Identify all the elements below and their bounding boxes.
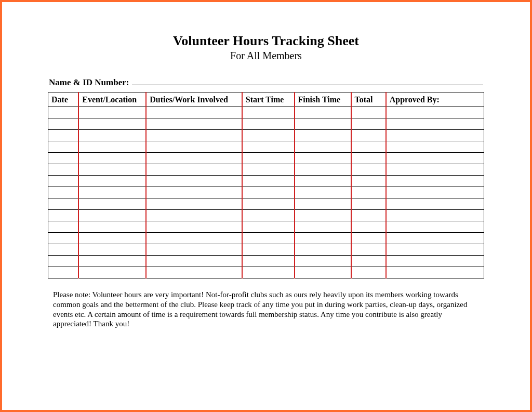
table-cell[interactable] (242, 176, 295, 187)
table-cell[interactable] (48, 187, 79, 198)
table-cell[interactable] (295, 107, 351, 118)
table-cell[interactable] (386, 141, 484, 153)
table-cell[interactable] (242, 153, 295, 164)
table-cell[interactable] (48, 130, 79, 141)
table-cell[interactable] (351, 164, 386, 176)
table-cell[interactable] (78, 141, 146, 153)
table-cell[interactable] (146, 244, 242, 256)
table-cell[interactable] (351, 233, 386, 244)
table-cell[interactable] (78, 210, 146, 221)
table-cell[interactable] (351, 221, 386, 233)
table-cell[interactable] (351, 198, 386, 210)
table-cell[interactable] (295, 187, 351, 198)
table-cell[interactable] (48, 176, 79, 187)
table-cell[interactable] (386, 107, 484, 118)
table-cell[interactable] (146, 164, 242, 176)
table-cell[interactable] (78, 107, 146, 118)
table-cell[interactable] (351, 118, 386, 130)
table-cell[interactable] (48, 244, 79, 256)
table-cell[interactable] (295, 256, 351, 267)
table-cell[interactable] (386, 210, 484, 221)
table-cell[interactable] (386, 233, 484, 244)
table-cell[interactable] (295, 130, 351, 141)
table-cell[interactable] (295, 233, 351, 244)
table-cell[interactable] (351, 210, 386, 221)
table-cell[interactable] (146, 130, 242, 141)
table-cell[interactable] (386, 130, 484, 141)
table-cell[interactable] (146, 187, 242, 198)
table-cell[interactable] (386, 187, 484, 198)
table-cell[interactable] (351, 267, 386, 278)
table-cell[interactable] (146, 176, 242, 187)
table-cell[interactable] (295, 244, 351, 256)
table-cell[interactable] (48, 141, 79, 153)
table-cell[interactable] (48, 256, 79, 267)
table-cell[interactable] (295, 176, 351, 187)
table-cell[interactable] (242, 198, 295, 210)
table-cell[interactable] (78, 176, 146, 187)
table-cell[interactable] (146, 198, 242, 210)
table-cell[interactable] (146, 233, 242, 244)
table-cell[interactable] (78, 118, 146, 130)
name-id-underline[interactable] (132, 76, 483, 85)
table-cell[interactable] (48, 164, 79, 176)
table-cell[interactable] (242, 187, 295, 198)
table-cell[interactable] (242, 130, 295, 141)
table-cell[interactable] (78, 256, 146, 267)
table-cell[interactable] (351, 256, 386, 267)
table-cell[interactable] (242, 107, 295, 118)
table-cell[interactable] (351, 141, 386, 153)
table-cell[interactable] (48, 118, 79, 130)
table-cell[interactable] (48, 107, 79, 118)
table-cell[interactable] (351, 176, 386, 187)
table-cell[interactable] (295, 221, 351, 233)
table-cell[interactable] (146, 267, 242, 278)
table-cell[interactable] (78, 244, 146, 256)
table-cell[interactable] (78, 130, 146, 141)
table-cell[interactable] (78, 153, 146, 164)
table-cell[interactable] (242, 267, 295, 278)
table-cell[interactable] (78, 164, 146, 176)
table-cell[interactable] (351, 130, 386, 141)
table-cell[interactable] (48, 198, 79, 210)
table-cell[interactable] (146, 153, 242, 164)
table-cell[interactable] (146, 256, 242, 267)
table-cell[interactable] (146, 107, 242, 118)
table-cell[interactable] (386, 118, 484, 130)
table-cell[interactable] (386, 221, 484, 233)
table-cell[interactable] (48, 267, 79, 278)
table-cell[interactable] (242, 256, 295, 267)
table-cell[interactable] (242, 141, 295, 153)
table-cell[interactable] (78, 221, 146, 233)
table-cell[interactable] (351, 187, 386, 198)
table-cell[interactable] (295, 198, 351, 210)
table-cell[interactable] (295, 210, 351, 221)
table-cell[interactable] (48, 210, 79, 221)
table-cell[interactable] (351, 107, 386, 118)
table-cell[interactable] (48, 221, 79, 233)
table-cell[interactable] (242, 118, 295, 130)
table-cell[interactable] (146, 210, 242, 221)
table-cell[interactable] (386, 267, 484, 278)
table-cell[interactable] (242, 244, 295, 256)
table-cell[interactable] (295, 267, 351, 278)
table-cell[interactable] (295, 118, 351, 130)
table-cell[interactable] (386, 198, 484, 210)
table-cell[interactable] (242, 233, 295, 244)
table-cell[interactable] (351, 153, 386, 164)
table-cell[interactable] (386, 256, 484, 267)
table-cell[interactable] (295, 164, 351, 176)
table-cell[interactable] (78, 187, 146, 198)
table-cell[interactable] (242, 221, 295, 233)
table-cell[interactable] (146, 141, 242, 153)
table-cell[interactable] (386, 176, 484, 187)
table-cell[interactable] (386, 244, 484, 256)
table-cell[interactable] (386, 164, 484, 176)
table-cell[interactable] (78, 267, 146, 278)
table-cell[interactable] (146, 118, 242, 130)
table-cell[interactable] (351, 244, 386, 256)
table-cell[interactable] (78, 233, 146, 244)
table-cell[interactable] (242, 164, 295, 176)
table-cell[interactable] (295, 153, 351, 164)
table-cell[interactable] (78, 198, 146, 210)
